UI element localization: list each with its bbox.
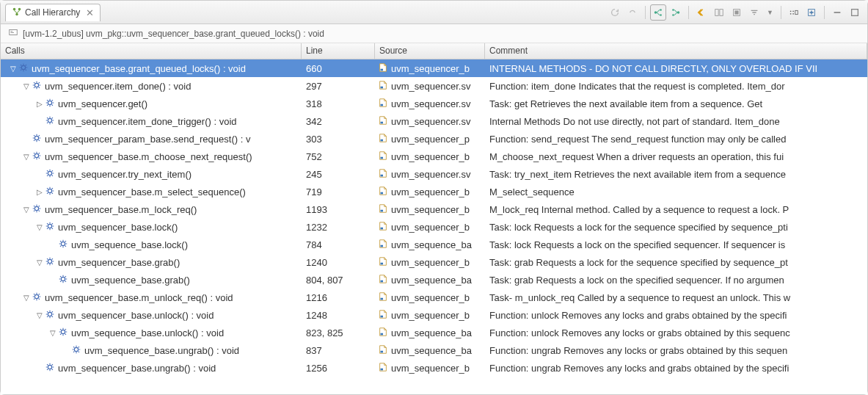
table-row[interactable]: ▷uvm_sequencer_base.m_select_sequence()7… — [1, 183, 867, 200]
gear-icon — [18, 62, 29, 75]
header-calls[interactable]: Calls — [1, 43, 302, 59]
comment-text: Task: get Retrieves the next available i… — [485, 98, 867, 109]
table-row[interactable]: ▽uvm_sequencer_base.unlock() : void1248u… — [1, 306, 867, 324]
comment-text: Task- m_unlock_req Called by a sequence … — [485, 292, 867, 303]
collapse-icon[interactable]: ▽ — [21, 206, 32, 214]
svg-rect-22 — [11, 31, 13, 32]
svg-point-38 — [48, 189, 51, 192]
file-icon — [378, 115, 388, 128]
svg-rect-49 — [381, 280, 384, 282]
svg-rect-33 — [381, 139, 384, 141]
gear-icon — [45, 98, 55, 110]
table-row[interactable]: uvm_sequencer_base.ungrab() : void1256uv… — [1, 359, 867, 377]
source-file: uvm_sequence_ba — [391, 275, 472, 286]
table-row[interactable]: ▽uvm_sequencer_base.m_lock_req()1193uvm_… — [1, 200, 867, 218]
comment-text: Task: grab Requests a lock on the specif… — [485, 275, 867, 286]
line-number: 752 — [302, 151, 375, 162]
collapse-icon[interactable]: ▽ — [34, 258, 45, 267]
collapse-icon[interactable]: ▽ — [21, 82, 32, 90]
gear-icon — [58, 327, 68, 339]
expand-button[interactable] — [803, 4, 820, 21]
pin-button[interactable] — [729, 4, 745, 21]
line-number: 823, 825 — [302, 327, 375, 338]
call-label: uvm_sequencer_base.m_lock_req() — [42, 204, 197, 215]
call-tree[interactable]: ▽uvm_sequencer_base.grant_queued_locks()… — [1, 59, 867, 394]
svg-point-58 — [48, 365, 51, 369]
collapse-icon[interactable]: ▽ — [34, 311, 45, 319]
table-row[interactable]: ▽uvm_sequencer_base.grab()1240uvm_sequen… — [1, 253, 867, 271]
separator — [781, 6, 781, 19]
minimize-button[interactable] — [829, 4, 845, 21]
table-row[interactable]: ▽uvm_sequence_base.unlock() : void823, 8… — [1, 324, 867, 341]
dropdown-arrow-icon[interactable]: ▼ — [764, 9, 776, 16]
line-number: 719 — [302, 186, 375, 198]
table-row[interactable]: ▽uvm_sequencer_base.m_choose_next_reques… — [1, 148, 867, 165]
comment-text: Function: ungrab Removes any locks or gr… — [485, 345, 867, 356]
line-number: 1232 — [302, 222, 375, 233]
svg-rect-25 — [381, 68, 384, 70]
expand-icon[interactable]: ▷ — [34, 188, 45, 196]
collapse-icon[interactable]: ▽ — [21, 294, 32, 302]
history-back-button[interactable] — [693, 4, 710, 21]
svg-rect-31 — [381, 121, 384, 123]
table-row[interactable]: uvm_sequencer.item_done_trigger() : void… — [1, 112, 867, 130]
file-icon — [378, 203, 388, 216]
table-row[interactable]: ▽uvm_sequencer_base.grant_queued_locks()… — [1, 59, 867, 77]
table-row[interactable]: uvm_sequencer_param_base.send_request() … — [1, 130, 867, 148]
tab-bar: Call Hierarchy ✕ ▼ — [1, 1, 867, 24]
gear-icon — [32, 203, 42, 216]
breadcrumb: [uvm-1.2_ubus] uvm_pkg::uvm_sequencer_ba… — [1, 24, 867, 43]
callees-mode-button[interactable] — [668, 4, 684, 21]
header-comment[interactable]: Comment — [485, 43, 867, 59]
source-file: uvm_sequencer.sv — [391, 81, 470, 92]
source-file: uvm_sequencer_b — [391, 222, 470, 233]
header-line[interactable]: Line — [302, 43, 375, 59]
collapse-icon[interactable]: ▽ — [48, 329, 58, 337]
comment-text: Function: send_request The send_request … — [485, 134, 867, 145]
maximize-button[interactable] — [847, 4, 863, 21]
source-file: uvm_sequencer_b — [391, 151, 470, 162]
call-label: uvm_sequencer.item_done_trigger() : void — [55, 116, 237, 127]
line-number: 1216 — [302, 292, 375, 303]
cancel-button[interactable] — [624, 4, 641, 21]
svg-rect-12 — [734, 10, 738, 14]
refresh-button[interactable] — [607, 4, 623, 21]
separator — [824, 6, 825, 19]
filter-button[interactable] — [746, 4, 762, 21]
call-label: uvm_sequencer.item_done() : void — [42, 81, 191, 92]
svg-point-28 — [48, 101, 51, 104]
table-row[interactable]: uvm_sequencer.try_next_item()245uvm_sequ… — [1, 165, 867, 183]
svg-rect-41 — [381, 209, 384, 211]
svg-point-15 — [792, 10, 794, 12]
svg-rect-23 — [11, 32, 14, 33]
callers-mode-button[interactable] — [650, 4, 666, 21]
close-icon[interactable]: ✕ — [83, 7, 94, 18]
table-row[interactable]: ▽uvm_sequencer_base.m_unlock_req() : voi… — [1, 289, 867, 306]
table-row[interactable]: ▷uvm_sequencer.get()318uvm_sequencer.svT… — [1, 95, 867, 112]
source-file: uvm_sequence_ba — [391, 345, 472, 356]
tab-call-hierarchy[interactable]: Call Hierarchy ✕ — [5, 4, 101, 21]
table-row[interactable]: ▽uvm_sequencer.item_done() : void297uvm_… — [1, 77, 867, 95]
table-row[interactable]: ▽uvm_sequencer_base.lock()1232uvm_sequen… — [1, 218, 867, 236]
svg-point-2 — [15, 12, 18, 15]
view-toolbar: ▼ — [607, 4, 863, 21]
gear-icon — [45, 168, 55, 181]
file-icon — [378, 80, 388, 93]
expand-icon[interactable]: ▷ — [34, 100, 45, 108]
svg-point-16 — [792, 12, 794, 14]
collapse-icon[interactable]: ▽ — [8, 65, 18, 73]
table-row[interactable]: uvm_sequence_base.ungrab() : void837uvm_… — [1, 341, 867, 359]
call-label: uvm_sequencer_base.grab() — [55, 257, 180, 268]
svg-point-32 — [34, 136, 38, 139]
table-row[interactable]: uvm_sequence_base.grab()804, 807uvm_sequ… — [1, 271, 867, 289]
svg-point-50 — [34, 294, 38, 298]
comment-text: Task: grab Requests a lock for the seque… — [485, 257, 867, 268]
svg-rect-10 — [720, 9, 723, 15]
view-menu-button[interactable] — [786, 4, 802, 21]
header-source[interactable]: Source — [375, 43, 485, 59]
line-number: 318 — [302, 98, 375, 109]
table-row[interactable]: uvm_sequence_base.lock()784uvm_sequence_… — [1, 236, 867, 253]
collapse-icon[interactable]: ▽ — [34, 223, 45, 231]
layout-button[interactable] — [711, 4, 727, 21]
collapse-icon[interactable]: ▽ — [21, 153, 32, 161]
